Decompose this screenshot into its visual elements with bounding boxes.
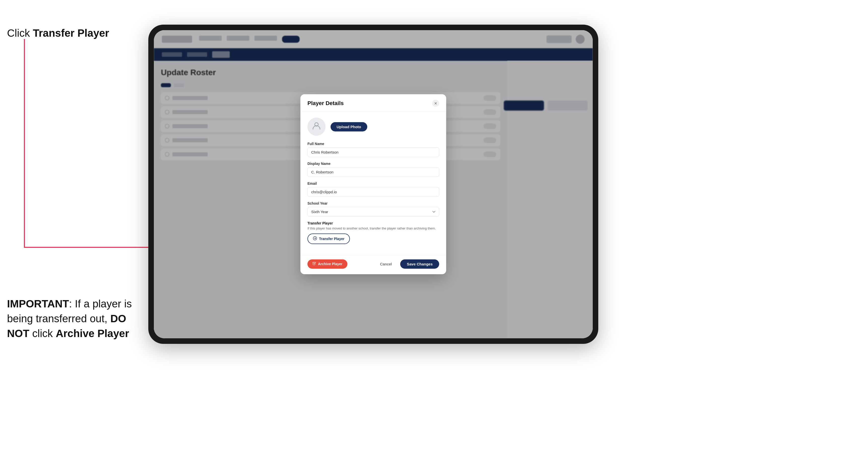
transfer-player-button[interactable]: Transfer Player (307, 234, 350, 244)
transfer-section: Transfer Player If this player has moved… (307, 221, 439, 244)
instruction-top: Click Transfer Player (7, 27, 109, 39)
display-name-group: Display Name (307, 162, 439, 177)
transfer-player-label: Transfer Player (319, 237, 344, 241)
display-name-input[interactable] (307, 167, 439, 177)
email-input[interactable] (307, 187, 439, 197)
email-group: Email (307, 182, 439, 197)
archive-player-label: Archive Player (318, 262, 342, 266)
instruction-bold: Transfer Player (33, 27, 110, 39)
display-name-label: Display Name (307, 162, 439, 166)
full-name-input[interactable] (307, 147, 439, 157)
transfer-section-label: Transfer Player (307, 221, 439, 225)
email-label: Email (307, 182, 439, 186)
tablet-screen: Update Roster (154, 30, 593, 338)
avatar-icon (312, 121, 321, 132)
annotation-line-vertical (24, 39, 25, 248)
school-year-label: School Year (307, 201, 439, 205)
cancel-button[interactable]: Cancel (375, 259, 397, 269)
upload-photo-button[interactable]: Upload Photo (331, 122, 367, 131)
transfer-description: If this player has moved to another scho… (307, 226, 439, 231)
instruction-prefix: Click (7, 27, 33, 39)
modal-header: Player Details × (300, 94, 446, 112)
school-year-select[interactable]: Sixth Year (307, 207, 439, 217)
player-details-modal: Player Details × (300, 94, 446, 274)
modal-body: Upload Photo Full Name Display Name (300, 112, 446, 255)
archive-icon (312, 262, 316, 266)
svg-rect-2 (313, 262, 316, 263)
app-background: Update Roster (154, 30, 593, 338)
save-changes-button[interactable]: Save Changes (400, 259, 439, 269)
important-label: IMPORTANT (7, 298, 69, 310)
avatar-placeholder (307, 118, 326, 136)
photo-section: Upload Photo (307, 118, 439, 136)
modal-close-button[interactable]: × (432, 100, 439, 107)
modal-overlay: Player Details × (154, 30, 593, 338)
full-name-label: Full Name (307, 142, 439, 146)
full-name-group: Full Name (307, 142, 439, 157)
tablet-frame: Update Roster (148, 25, 598, 344)
transfer-icon (313, 236, 317, 241)
instruction-bottom: IMPORTANT: If a player is being transfer… (7, 297, 138, 341)
archive-player-button[interactable]: Archive Player (307, 259, 347, 269)
school-year-group: School Year Sixth Year (307, 201, 439, 217)
archive-player-label: Archive Player (56, 328, 129, 339)
modal-footer: Archive Player Cancel Save Changes (300, 255, 446, 274)
modal-title: Player Details (307, 100, 344, 106)
